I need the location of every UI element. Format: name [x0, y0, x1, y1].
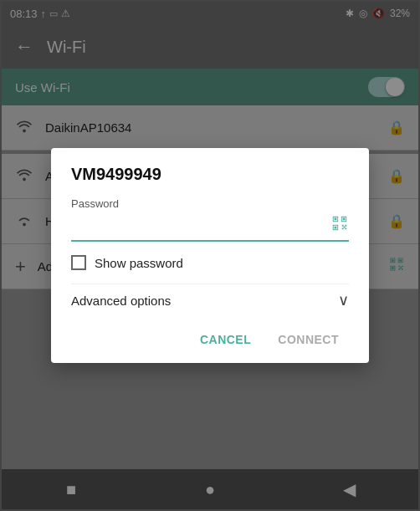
dialog-buttons: CANCEL CONNECT	[71, 316, 349, 363]
chevron-down-icon: ∨	[338, 291, 349, 309]
advanced-options-row[interactable]: Advanced options ∨	[71, 284, 349, 316]
connect-button[interactable]: CONNECT	[268, 326, 349, 353]
dialog-network-name: VM9499949	[71, 165, 349, 184]
show-password-row[interactable]: Show password	[71, 255, 349, 270]
password-input-row	[71, 213, 349, 242]
show-password-checkbox[interactable]	[71, 255, 86, 270]
dialog-overlay: VM9499949 Password Show password Advance…	[2, 2, 418, 509]
password-input[interactable]	[71, 213, 330, 237]
wifi-dialog: VM9499949 Password Show password Advance…	[51, 148, 369, 363]
qr-icon[interactable]	[330, 214, 349, 237]
phone-shell: 08:13 ↑ ▭ ⚠ ✱ ◎ 🔇 32% ← Wi-Fi Use Wi-Fi …	[0, 0, 420, 511]
advanced-options-label: Advanced options	[71, 294, 171, 308]
show-password-label: Show password	[95, 256, 183, 270]
password-label: Password	[71, 197, 349, 210]
cancel-button[interactable]: CANCEL	[190, 326, 261, 353]
